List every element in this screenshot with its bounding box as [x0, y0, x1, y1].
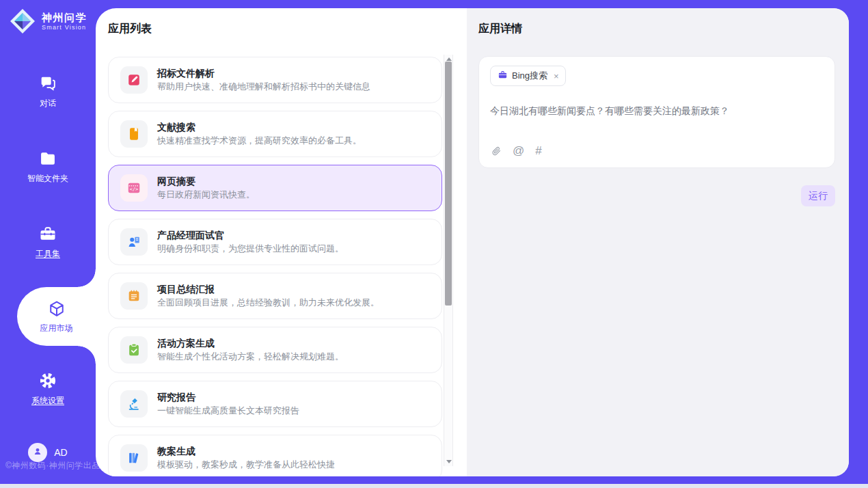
sidebar-item-label: 智能文件夹 — [27, 173, 68, 185]
scroll-up-icon[interactable] — [446, 57, 452, 61]
app-list-item[interactable]: 文献搜索快速精准查找学术资源，提高研究效率的必备工具。 — [108, 111, 442, 157]
input-toolbar: @# — [491, 145, 542, 157]
app-item-name: 活动方案生成 — [157, 338, 344, 349]
run-row: 运行 — [478, 185, 835, 206]
interviewer-icon — [120, 228, 148, 256]
sidebar-item-gear[interactable]: 系统设置 — [0, 371, 96, 407]
app-item-name: 项目总结汇报 — [157, 284, 379, 295]
app-list-item[interactable]: 研究报告一键智能生成高质量长文本研究报告 — [108, 381, 442, 427]
app-item-desc: 一键智能生成高质量长文本研究报告 — [157, 406, 299, 416]
app-item-text: 教案生成模板驱动，教案秒成，教学准备从此轻松快捷 — [157, 446, 335, 470]
main-panel: 应用列表 招标文件解析帮助用户快速、准确地理解和解析招标书中的关键信息文献搜索快… — [96, 8, 849, 476]
app-list-item[interactable]: 招标文件解析帮助用户快速、准确地理解和解析招标书中的关键信息 — [108, 57, 442, 103]
diamond-logo-icon — [9, 8, 36, 35]
tool-chip-bing-search[interactable]: Bing搜索 × — [490, 66, 566, 86]
sidebar-item-label: 对话 — [40, 98, 56, 109]
app-item-name: 招标文件解析 — [157, 68, 370, 79]
scrollbar-thumb[interactable] — [445, 62, 452, 306]
paperclip-icon[interactable] — [491, 146, 502, 157]
app-list-item[interactable]: 产品经理面试官明确身份和职责，为您提供专业性的面试问题。 — [108, 219, 442, 265]
app-list: 招标文件解析帮助用户快速、准确地理解和解析招标书中的关键信息文献搜索快速精准查找… — [108, 57, 442, 476]
app-item-desc: 明确身份和职责，为您提供专业性的面试问题。 — [157, 244, 344, 254]
tool-chip-label: Bing搜索 — [512, 70, 547, 82]
app-item-desc: 模板驱动，教案秒成，教学准备从此轻松快捷 — [157, 460, 335, 470]
briefcase-icon — [498, 70, 508, 83]
app-window: 神州问学 Smart Vision 对话智能文件夹工具集应用市场系统设置 AD … — [0, 0, 868, 488]
app-item-text: 研究报告一键智能生成高质量长文本研究报告 — [157, 392, 299, 416]
book-icon — [120, 120, 148, 148]
sidebar-item-label: 应用市场 — [40, 323, 73, 334]
browser-code-icon: </> — [120, 174, 148, 202]
toolbox-icon — [38, 224, 57, 243]
app-item-text: 项目总结汇报全面回顾项目进展，总结经验教训，助力未来优化发展。 — [157, 284, 379, 308]
user-name: AD — [54, 447, 67, 458]
clipboard-check-icon — [120, 336, 148, 364]
app-item-name: 研究报告 — [157, 392, 299, 403]
bottom-strip — [0, 484, 868, 488]
prompt-card: Bing搜索 × 今日湖北有哪些新闻要点？有哪些需要关注的最新政策？ @# — [478, 56, 835, 168]
app-list-title: 应用列表 — [108, 23, 467, 34]
close-icon[interactable]: × — [554, 71, 559, 81]
app-item-name: 文献搜索 — [157, 122, 362, 133]
run-button[interactable]: 运行 — [801, 185, 835, 206]
app-list-item[interactable]: 活动方案生成智能生成个性化活动方案，轻松解决规划难题。 — [108, 327, 442, 373]
app-item-desc: 快速精准查找学术资源，提高研究效率的必备工具。 — [157, 136, 362, 146]
brand-subtitle: Smart Vision — [42, 24, 87, 31]
avatar — [28, 443, 47, 462]
folder-icon — [38, 149, 57, 168]
scrollbar — [444, 55, 453, 466]
app-item-desc: 每日政府新闻资讯快查。 — [157, 190, 255, 200]
chat-icon — [38, 74, 57, 93]
sidebar-item-toolbox[interactable]: 工具集 — [0, 224, 96, 260]
app-item-text: 文献搜索快速精准查找学术资源，提高研究效率的必备工具。 — [157, 122, 362, 146]
edit-doc-icon — [120, 66, 148, 94]
app-item-desc: 全面回顾项目进展，总结经验教训，助力未来优化发展。 — [157, 298, 379, 308]
hash-icon[interactable]: # — [535, 145, 541, 157]
brand-logo: 神州问学 Smart Vision — [9, 8, 87, 35]
sidebar-item-cube[interactable]: 应用市场 — [17, 287, 96, 346]
sidebar: 神州问学 Smart Vision 对话智能文件夹工具集应用市场系统设置 AD … — [0, 0, 96, 484]
app-list-item[interactable]: 项目总结汇报全面回顾项目进展，总结经验教训，助力未来优化发展。 — [108, 273, 442, 319]
at-icon[interactable]: @ — [513, 145, 524, 157]
app-item-text: 招标文件解析帮助用户快速、准确地理解和解析招标书中的关键信息 — [157, 68, 370, 92]
app-item-desc: 帮助用户快速、准确地理解和解析招标书中的关键信息 — [157, 82, 370, 92]
app-list-pane: 应用列表 招标文件解析帮助用户快速、准确地理解和解析招标书中的关键信息文献搜索快… — [96, 8, 467, 476]
svg-text:</>: </> — [130, 187, 138, 192]
app-item-name: 教案生成 — [157, 446, 335, 457]
app-item-text: 网页摘要每日政府新闻资讯快查。 — [157, 176, 255, 200]
app-item-text: 活动方案生成智能生成个性化活动方案，轻松解决规划难题。 — [157, 338, 344, 362]
sidebar-item-label: 系统设置 — [31, 395, 64, 407]
books-icon — [120, 444, 148, 472]
app-item-text: 产品经理面试官明确身份和职责，为您提供专业性的面试问题。 — [157, 230, 344, 254]
copyright-text: ©神州数码·神州问学出品 — [5, 460, 100, 472]
sidebar-item-folder[interactable]: 智能文件夹 — [0, 149, 96, 185]
app-list-item[interactable]: </>网页摘要每日政府新闻资讯快查。 — [108, 165, 442, 211]
app-detail-title: 应用详情 — [478, 23, 835, 34]
user-profile[interactable]: AD — [0, 443, 96, 462]
microscope-icon — [120, 390, 148, 418]
app-detail-pane: 应用详情 Bing搜索 × 今日湖北有哪些新闻要点？有哪些需要关注的最新政策？ … — [467, 8, 849, 476]
fillet-bottom — [78, 346, 96, 364]
app-item-name: 网页摘要 — [157, 176, 255, 187]
note-icon — [120, 282, 148, 310]
sidebar-item-chat[interactable]: 对话 — [0, 74, 96, 109]
scroll-down-icon[interactable] — [446, 460, 452, 463]
app-list-item[interactable]: 教案生成模板驱动，教案秒成，教学准备从此轻松快捷 — [108, 435, 442, 476]
brand-name: 神州问学 — [42, 12, 87, 24]
app-item-desc: 智能生成个性化活动方案，轻松解决规划难题。 — [157, 352, 344, 362]
app-item-name: 产品经理面试官 — [157, 230, 344, 241]
sidebar-item-label: 工具集 — [36, 248, 60, 260]
brand-text: 神州问学 Smart Vision — [42, 12, 87, 31]
gear-icon — [38, 371, 57, 390]
cube-icon — [47, 299, 66, 318]
prompt-input[interactable]: 今日湖北有哪些新闻要点？有哪些需要关注的最新政策？ — [490, 104, 824, 118]
fillet-top — [78, 269, 96, 287]
